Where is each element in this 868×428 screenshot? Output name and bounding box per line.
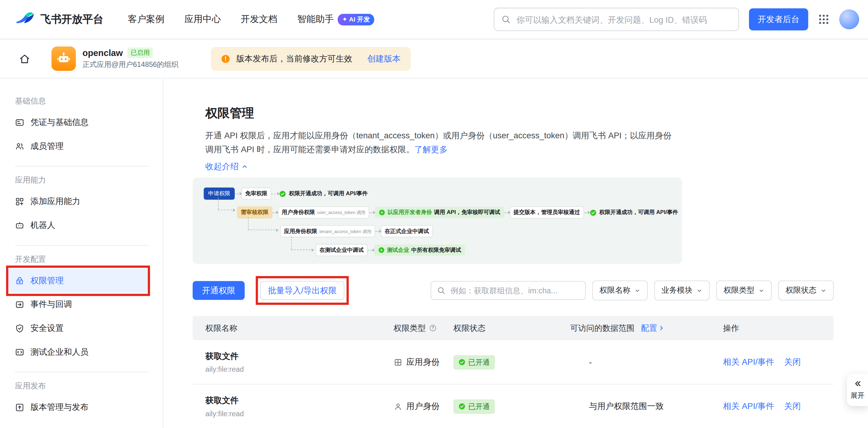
batch-import-export-button[interactable]: 批量导入/导出权限	[260, 281, 344, 300]
user-identity-icon	[394, 402, 403, 411]
sidebar-item-bot[interactable]: 机器人	[8, 214, 148, 238]
global-search[interactable]	[494, 8, 739, 31]
col-actions: 操作	[723, 323, 834, 334]
sidebar-item-credentials[interactable]: 凭证与基础信息	[8, 111, 148, 135]
flow-user-token-box: 用户身份权限user_access_token 调用	[278, 206, 370, 219]
related-api-link[interactable]: 相关 API/事件	[723, 357, 774, 367]
page-description: 开通 API 权限后，应用才能以应用身份（tenant_access_token…	[205, 128, 825, 156]
bot-icon	[15, 221, 24, 230]
check-circle-icon	[589, 209, 597, 216]
filter-permission-type[interactable]: 权限类型	[716, 281, 772, 301]
filter-label: 业务模块	[661, 286, 692, 295]
permission-search-input[interactable]	[450, 286, 580, 295]
main-content: 权限管理 开通 API 权限后，应用才能以应用身份（tenant_access_…	[163, 79, 868, 428]
brand-title[interactable]: 飞书开放平台	[40, 12, 103, 27]
flow-connector	[291, 236, 292, 250]
user-avatar[interactable]	[839, 9, 859, 29]
sidebar-item-label: 成员管理	[31, 141, 64, 152]
permission-name: 获取文件	[205, 351, 239, 362]
sidebar-divider	[15, 372, 148, 372]
permission-type-value: 用户身份	[406, 401, 440, 411]
status-label: 已开通	[468, 401, 490, 411]
table-row: 获取文件 aily:file:read 用户身份 已开通 与用户权限范围一致	[193, 385, 834, 428]
top-navigation: 飞书开放平台 客户案例 应用中心 开发文档 智能助手 ✦ AI 开发 开发者后台	[0, 0, 868, 39]
nav-ai-assistant[interactable]: 智能助手 ✦ AI 开发	[298, 13, 374, 26]
status-badge: 已开通	[454, 399, 495, 414]
ai-dev-badge: ✦ AI 开发	[338, 13, 374, 25]
filter-permission-name[interactable]: 权限名称	[592, 281, 648, 301]
app-org-subtitle: 正式应用@用户614856的组织	[82, 60, 178, 70]
sidebar-item-security[interactable]: 安全设置	[8, 317, 148, 340]
sidebar-section-basic-info: 基础信息	[15, 95, 163, 106]
sidebar-section-capabilities: 应用能力	[15, 174, 163, 186]
description-line-2: 调用飞书 API 时，应用可能还需要申请对应的数据权限。	[205, 144, 414, 154]
app-name: openclaw	[82, 48, 123, 58]
help-icon[interactable]	[429, 324, 437, 332]
sidebar-item-permission[interactable]: 权限管理	[8, 269, 148, 293]
nav-customer-cases[interactable]: 客户案例	[128, 13, 164, 26]
developer-console-button[interactable]: 开发者后台	[749, 8, 808, 30]
scope-config-link[interactable]: 配置	[641, 323, 665, 334]
members-icon	[15, 142, 24, 151]
permission-icon	[15, 276, 24, 286]
filter-business-module[interactable]: 业务模块	[654, 281, 710, 301]
sidebar-item-label: 安全设置	[31, 323, 64, 334]
flow-connector	[218, 210, 235, 210]
table-row: 获取文件 aily:file:read 应用身份 已开通 -	[193, 340, 834, 385]
global-search-input[interactable]	[516, 14, 732, 25]
flow-tenant-token-box: 应用身份权限tenant_access_token 调用	[280, 225, 375, 237]
sidebar-item-label: 事件与回调	[31, 299, 72, 310]
sidebar-item-add-capability[interactable]: 添加应用能力	[8, 190, 148, 214]
double-chevron-left-icon	[854, 380, 862, 388]
filter-label: 权限类型	[723, 286, 754, 295]
scope-config-label: 配置	[641, 323, 657, 334]
flow-connector	[504, 212, 509, 213]
chevron-down-icon	[820, 288, 827, 294]
flow-test-debug-box: 在测试企业中调试	[316, 244, 368, 256]
app-identity: openclaw 已启用 正式应用@用户614856的组织	[52, 46, 179, 71]
home-icon[interactable]	[19, 53, 30, 64]
data-scope-value: 与用户权限范围一致	[570, 401, 723, 411]
table-toolbar: 开通权限 批量导入/导出权限 权限名称	[193, 281, 834, 301]
close-permission-link[interactable]: 关闭	[784, 357, 801, 367]
test-code-icon	[15, 348, 24, 357]
app-header-bar: openclaw 已启用 正式应用@用户614856的组织 版本发布后，当前修改…	[0, 39, 868, 79]
col-data-scope-label: 可访问的数据范围	[570, 323, 634, 334]
expand-panel-toggle[interactable]: 展开	[847, 374, 868, 406]
sidebar-item-members[interactable]: 成员管理	[8, 134, 148, 158]
flow-success-2: 权限开通成功，可调用 API/事件	[589, 208, 678, 217]
alert-icon	[221, 54, 230, 63]
sidebar-item-test-org[interactable]: 测试企业和人员	[8, 340, 148, 364]
description-line-1: 开通 API 权限后，应用才能以应用身份（tenant_access_token…	[205, 130, 672, 140]
nav-app-center[interactable]: 应用中心	[184, 13, 221, 26]
collapse-intro-link[interactable]: 收起介绍	[205, 160, 868, 172]
open-permission-button[interactable]: 开通权限	[193, 281, 245, 300]
search-icon	[501, 14, 511, 25]
sidebar-item-release[interactable]: 版本管理与发布	[8, 396, 148, 420]
sidebar-item-events[interactable]: 事件与回调	[8, 293, 148, 317]
filter-permission-status[interactable]: 权限状态	[778, 281, 834, 301]
sidebar: 基础信息 凭证与基础信息 成员管理 应用能力 添加应用能力	[0, 79, 163, 428]
check-circle-icon	[279, 190, 286, 197]
close-permission-link[interactable]: 关闭	[784, 401, 801, 411]
flow-connector	[291, 250, 313, 250]
table-header-row: 权限名称 权限类型 权限状态 可访问的数据范围 配置 操作	[193, 316, 834, 340]
debug-icon	[379, 209, 385, 216]
nav-dev-docs[interactable]: 开发文档	[241, 13, 277, 26]
create-version-link[interactable]: 创建版本	[367, 53, 401, 64]
feishu-logo-icon[interactable]	[15, 11, 35, 28]
search-icon	[437, 286, 445, 295]
learn-more-link[interactable]: 了解更多	[414, 144, 447, 154]
status-badge: 已开通	[454, 355, 495, 370]
collapse-intro-label: 收起介绍	[205, 160, 239, 172]
apps-grid-icon[interactable]	[818, 14, 829, 25]
permission-search[interactable]	[431, 281, 586, 300]
related-api-link[interactable]: 相关 API/事件	[723, 401, 774, 411]
permission-code: aily:file:read	[205, 365, 244, 373]
flow-connector	[248, 217, 249, 229]
chevron-down-icon	[758, 288, 765, 294]
app-status-badge: 已启用	[127, 47, 153, 58]
col-permission-name: 权限名称	[193, 323, 394, 334]
permission-type-value: 应用身份	[406, 357, 440, 367]
filter-label: 权限状态	[786, 286, 816, 295]
